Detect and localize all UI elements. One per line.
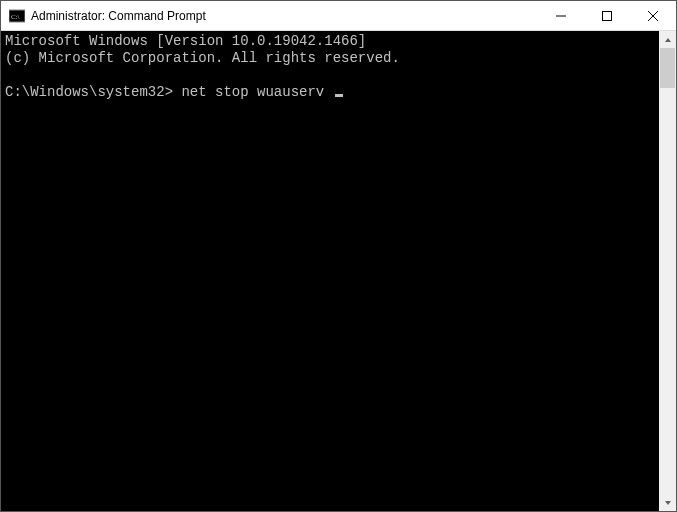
maximize-button[interactable] [584,1,630,30]
window-title: Administrator: Command Prompt [31,9,538,23]
version-line: Microsoft Windows [Version 10.0.19042.14… [5,33,655,50]
svg-marker-7 [665,501,671,505]
scroll-down-button[interactable] [659,494,676,511]
window-controls [538,1,676,30]
scroll-thumb[interactable] [660,48,675,88]
vertical-scrollbar[interactable] [659,31,676,511]
typed-command: net stop wuauserv [181,84,324,100]
close-button[interactable] [630,1,676,30]
scroll-track[interactable] [659,48,676,494]
text-cursor [335,94,343,97]
cmd-icon: C:\ [9,8,25,24]
prompt-path: C:\Windows\system32> [5,84,173,100]
prompt-line: C:\Windows\system32> net stop wuauserv [5,84,655,101]
svg-text:C:\: C:\ [11,13,20,21]
svg-marker-6 [665,38,671,42]
command-prompt-window: C:\ Administrator: Command Prompt Micros… [0,0,677,512]
titlebar[interactable]: C:\ Administrator: Command Prompt [1,1,676,31]
content-area: Microsoft Windows [Version 10.0.19042.14… [1,31,676,511]
copyright-line: (c) Microsoft Corporation. All rights re… [5,50,655,67]
minimize-button[interactable] [538,1,584,30]
terminal-output[interactable]: Microsoft Windows [Version 10.0.19042.14… [1,31,659,511]
svg-rect-3 [603,11,612,20]
scroll-up-button[interactable] [659,31,676,48]
blank-line [5,67,655,84]
